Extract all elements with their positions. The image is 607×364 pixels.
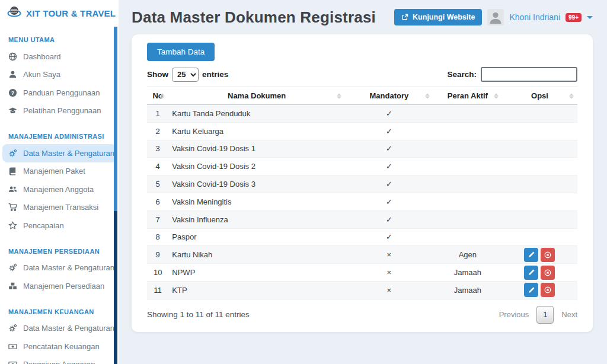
sidebar-item-dashboard[interactable]: Dashboard [0, 47, 119, 66]
show-label: Show [147, 70, 168, 79]
avatar[interactable] [487, 9, 504, 25]
cell-peran-aktif [433, 105, 502, 123]
cell-no: 1 [147, 105, 168, 123]
sidebar-item-manajemen-paket[interactable]: Manajemen Paket [0, 162, 119, 181]
cell-mandatory: ✓ [345, 193, 433, 210]
cell-peran-aktif [433, 193, 502, 210]
sidebar-item-label: Manajemen Paket [23, 167, 85, 175]
book-icon [8, 167, 17, 175]
sort-icon[interactable] [337, 93, 341, 98]
column-header-mandatory[interactable]: Mandatory [345, 87, 433, 105]
cell-nama-dokumen: Paspor [168, 228, 345, 246]
cell-no: 9 [147, 246, 168, 264]
sidebar-item-pencapaian[interactable]: Pencapaian [0, 216, 119, 235]
previous-page-button[interactable]: Previous [499, 310, 529, 319]
cell-peran-aktif [433, 140, 502, 158]
sort-icon[interactable] [569, 93, 574, 98]
brand[interactable]: XIT TOUR & TRAVEL [0, 0, 119, 26]
table-row: 11KTP×Jamaah [147, 281, 577, 299]
cell-nama-dokumen: Kartu Tanda Penduduk [168, 105, 345, 123]
next-page-button[interactable]: Next [561, 310, 577, 319]
sidebar-item-label: Data Master & Pengaturan [23, 263, 114, 272]
sidebar-scrollbar-thumb[interactable] [114, 27, 117, 211]
add-data-button[interactable]: Tambah Data [147, 43, 215, 61]
sidebar-item-panduan-penggunaan[interactable]: ?Panduan Penggunaan [0, 84, 119, 102]
sidebar-item-label: Manajemen Persediaan [23, 282, 104, 290]
sort-icon[interactable] [160, 93, 165, 98]
content-card: Tambah Data Show 25 entries Search: NoNa… [132, 34, 593, 332]
cell-no: 5 [147, 175, 168, 193]
sidebar-scrollbar-track [114, 211, 117, 364]
cell-mandatory: × [345, 281, 433, 299]
main-content: Data Master Dokumen Registrasi Kunjungi … [119, 0, 607, 364]
delete-button[interactable] [541, 266, 555, 280]
delete-button[interactable] [541, 248, 555, 262]
cell-nama-dokumen: Vaksin Covid-19 Dosis 3 [168, 175, 345, 193]
sidebar-item-manajemen-anggota[interactable]: Manajemen Anggota [0, 180, 119, 199]
times-circle-icon [544, 251, 552, 259]
notification-badge: 99+ [566, 13, 582, 22]
cell-no: 8 [147, 228, 168, 246]
topbar: Data Master Dokumen Registrasi Kunjungi … [132, 0, 593, 34]
sidebar-item-label: Manajemen Transaksi [23, 203, 98, 212]
search-input[interactable] [481, 67, 577, 82]
delete-button[interactable] [541, 283, 555, 297]
sidebar-section-manajemen-administrasi: MANAJEMEN ADMINISTRASI [0, 130, 119, 143]
current-page-button[interactable]: 1 [536, 306, 554, 324]
cell-peran-aktif [433, 158, 502, 175]
sidebar-item-data-master-pengaturan[interactable]: Data Master & Pengaturan [0, 320, 119, 338]
cell-nama-dokumen: Kartu Nikah [168, 246, 345, 264]
users-icon [8, 185, 17, 194]
sort-icon[interactable] [425, 93, 430, 98]
sidebar-section-manajemen-persediaan: MANAJEMEN PERSEDIAAN [0, 245, 119, 258]
cell-nama-dokumen: Vaksin Meningitis [168, 193, 345, 210]
edit-button[interactable] [524, 283, 538, 297]
table-row: 1Kartu Tanda Penduduk✓ [147, 105, 577, 123]
question-circle-icon: ? [8, 88, 17, 97]
sidebar-item-akun-saya[interactable]: Akun Saya [0, 66, 119, 84]
column-header-no[interactable]: No [147, 87, 168, 105]
cell-peran-aktif: Jamaah [433, 264, 502, 282]
table-row: 8Paspor✓ [147, 228, 577, 246]
sidebar-item-manajemen-transaksi[interactable]: Manajemen Transaksi [0, 199, 119, 217]
cell-mandatory: ✓ [345, 140, 433, 158]
sidebar-item-pengajuan-anggaran[interactable]: Pengajuan Anggaran [0, 356, 119, 364]
user-name[interactable]: Khoni Indriani [509, 12, 560, 22]
sidebar-menu: MENU UTAMADashboardAkun Saya?Panduan Pen… [0, 33, 119, 364]
column-header-label: Opsi [531, 91, 548, 100]
column-header-nama-dokumen[interactable]: Nama Dokumen [168, 87, 345, 105]
table-row: 9Kartu Nikah×Agen [147, 246, 577, 264]
sidebar-item-data-master-pengaturan[interactable]: Data Master & Pengaturan [2, 144, 116, 162]
visit-website-button[interactable]: Kunjungi Website [394, 9, 482, 25]
column-header-peran-aktif[interactable]: Peran Aktif [433, 87, 502, 105]
cell-opsi [502, 140, 577, 158]
svg-text:?: ? [11, 90, 14, 95]
edit-button[interactable] [524, 266, 538, 280]
column-header-opsi[interactable]: Opsi [502, 87, 577, 105]
sidebar-item-data-master-pengaturan[interactable]: Data Master & Pengaturan [0, 259, 119, 277]
cell-peran-aktif [433, 122, 502, 140]
cell-opsi [502, 264, 577, 282]
cell-nama-dokumen: Kartu Keluarga [168, 122, 345, 140]
cell-mandatory: ✓ [345, 122, 433, 140]
cell-peran-aktif [433, 228, 502, 246]
sidebar-item-pelatihan-penggunaan[interactable]: Pelatihan Penggunaan [0, 102, 119, 120]
sidebar-item-pencatatan-keuangan[interactable]: Pencatatan Keuangan [0, 337, 119, 356]
cell-nama-dokumen: Vaksin Influenza [168, 210, 345, 228]
sidebar-item-manajemen-persediaan[interactable]: Manajemen Persediaan [0, 277, 119, 295]
globe-icon [8, 52, 17, 61]
caret-down-icon[interactable] [587, 16, 593, 19]
sidebar-item-label: Pengajuan Anggaran [23, 360, 95, 364]
page-length-select[interactable]: 25 [172, 68, 199, 82]
cell-no: 3 [147, 140, 168, 158]
sidebar-item-label: Manajemen Anggota [23, 185, 94, 194]
sidebar-item-label: Data Master & Pengaturan [23, 149, 114, 158]
edit-button[interactable] [524, 248, 538, 262]
graduation-cap-icon [8, 106, 17, 115]
money-icon [8, 342, 17, 351]
search-label: Search: [447, 70, 477, 79]
sort-icon[interactable] [494, 93, 499, 98]
cell-opsi [502, 105, 577, 123]
cell-peran-aktif [433, 175, 502, 193]
sidebar-section-menu-utama: MENU UTAMA [0, 33, 119, 46]
